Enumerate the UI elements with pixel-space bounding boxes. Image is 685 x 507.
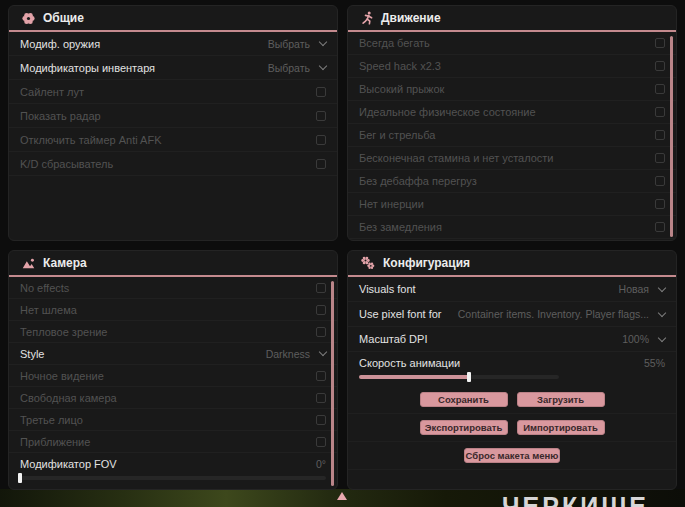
row-label: Модификатор FOV [20,458,117,470]
dpi-scale-dropdown[interactable]: 100% [622,333,665,345]
row-label: Масштаб DPI [359,333,427,345]
row-third-person[interactable]: Третье лицо [9,409,337,431]
pixel-font-dropdown[interactable]: Container items. Inventory. Player flags… [458,308,665,320]
panel-title: Конфигурация [383,256,470,270]
panel-camera: Камера No effects Нет шлема Тепловое зре… [8,250,338,490]
row-label: Ночное видение [20,370,104,382]
chevron-down-icon [658,308,666,316]
animation-slider-handle[interactable] [467,372,471,382]
row-label: Свободная камера [20,392,117,404]
checkbox[interactable] [655,199,665,209]
row-thermal-vision[interactable]: Тепловое зрение [9,321,337,343]
animation-speed-value: 55% [644,357,665,369]
checkbox[interactable] [316,111,326,121]
row-label: Отключить таймер Anti AFK [20,134,162,146]
panel-config-header: Конфигурация [348,251,676,277]
row-label: Нет инерции [359,198,424,210]
chevron-down-icon [658,333,666,341]
row-night-vision[interactable]: Ночное видение [9,365,337,387]
row-run-and-gun[interactable]: Бег и стрельба [348,124,676,147]
checkbox[interactable] [316,437,326,447]
import-button[interactable]: Импортировать [517,420,605,435]
checkbox[interactable] [655,61,665,71]
row-anti-afk-timer[interactable]: Отключить таймер Anti AFK [9,128,337,152]
checkbox[interactable] [655,107,665,117]
dropdown-value: 100% [622,333,649,345]
checkbox[interactable] [316,283,326,293]
image-icon [22,257,35,270]
row-speed-hack[interactable]: Speed hack x2.3 [348,55,676,78]
panel-config: Конфигурация Visuals font Новая Use pixe… [347,250,677,490]
row-infinite-stamina[interactable]: Бесконечная стамина и нет усталости [348,147,676,170]
inventory-mods-dropdown[interactable]: Выбрать [268,62,326,74]
row-no-overload-debuff[interactable]: Без дебаффа перегруз [348,170,676,193]
row-perfect-condition[interactable]: Идеальное физическое состояние [348,101,676,124]
flower-gear-icon [22,12,35,25]
row-high-jump[interactable]: Высокий прыжок [348,78,676,101]
row-style: Style Darkness [9,343,337,365]
reset-menu-layout-button[interactable]: Сброс макета меню [464,448,560,463]
animation-speed-slider[interactable] [359,375,559,379]
runner-icon [361,11,373,25]
row-inventory-mods: Модификаторы инвентаря Выбрать [9,56,337,80]
row-always-run[interactable]: Всегда бегать [348,32,676,55]
checkbox[interactable] [655,130,665,140]
row-label: Высокий прыжок [359,83,444,95]
weapon-mod-dropdown[interactable]: Выбрать [268,38,326,50]
checkbox[interactable] [655,38,665,48]
row-label: Бесконечная стамина и нет усталости [359,152,554,164]
row-label: Всегда бегать [359,37,430,49]
style-dropdown[interactable]: Darkness [266,348,326,360]
row-dpi-scale: Масштаб DPI 100% [348,327,676,352]
save-button[interactable]: Сохранить [420,392,508,407]
checkbox[interactable] [316,159,326,169]
row-label: Тепловое зрение [20,326,107,338]
row-show-radar[interactable]: Показать радар [9,104,337,128]
panel-title: Движение [381,11,441,25]
chevron-down-icon [319,348,327,356]
panel-general-header: Общие [9,6,337,32]
dropdown-value: Container items. Inventory. Player flags… [458,308,649,320]
row-no-slowdown[interactable]: Без замедления [348,216,676,239]
row-label: Идеальное физическое состояние [359,106,536,118]
dropdown-value: Darkness [266,348,310,360]
dropdown-value: Выбрать [268,62,310,74]
export-button[interactable]: Экспортировать [420,420,508,435]
checkbox[interactable] [655,176,665,186]
checkbox[interactable] [316,393,326,403]
row-label: Скорость анимации [359,357,460,369]
panel-camera-header: Камера [9,251,337,277]
row-no-helmet[interactable]: Нет шлема [9,299,337,321]
cheat-menu-overlay: ЧЕРКИШЕ Общие Модиф. оружия Выб [0,0,685,507]
movement-scrollbar[interactable] [670,36,673,237]
checkbox[interactable] [316,135,326,145]
load-button[interactable]: Загрузить [517,392,605,407]
row-free-camera[interactable]: Свободная камера [9,387,337,409]
row-label: Style [20,348,44,360]
row-no-effects[interactable]: No effects [9,277,337,299]
checkbox[interactable] [316,415,326,425]
fov-slider-handle[interactable] [18,473,22,483]
row-no-inertia[interactable]: Нет инерции [348,193,676,216]
row-fov-modifier: Модификатор FOV 0° [9,453,337,480]
checkbox[interactable] [316,327,326,337]
panel-config-body: Visuals font Новая Use pixel font for Co… [348,277,676,470]
row-kd-reset[interactable]: K/D сбрасыватель [9,152,337,176]
panel-title: Общие [43,11,84,25]
checkbox[interactable] [655,222,665,232]
row-zoom[interactable]: Приближение [9,431,337,453]
row-silent-loot[interactable]: Сайлент лут [9,80,337,104]
dropdown-value: Выбрать [268,38,310,50]
gears-icon [361,256,375,270]
checkbox[interactable] [316,305,326,315]
row-label: Модификаторы инвентаря [20,62,155,74]
row-animation-speed: Скорость анимации 55% [348,354,676,372]
checkbox[interactable] [655,153,665,163]
checkbox[interactable] [316,371,326,381]
checkbox[interactable] [655,84,665,94]
camera-scrollbar[interactable] [331,281,334,486]
fov-slider[interactable] [20,476,326,480]
checkbox[interactable] [316,87,326,97]
row-visuals-font: Visuals font Новая [348,277,676,302]
visuals-font-dropdown[interactable]: Новая [619,283,665,295]
